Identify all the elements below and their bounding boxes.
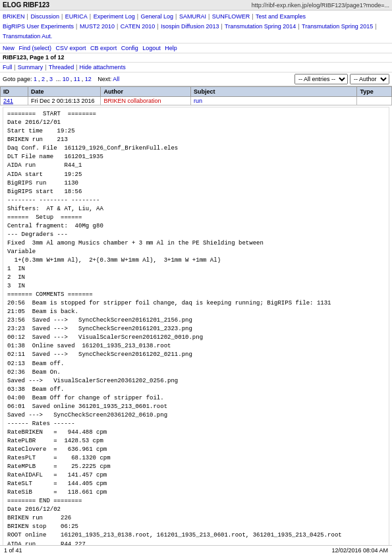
col-author: Author [101, 87, 191, 97]
content-line: RateClovere = 636.961 cpm [7, 446, 385, 454]
content-line: 1 IN [7, 265, 385, 274]
toolbar-cb[interactable]: CB export [90, 45, 117, 51]
table-row: 241 Fri Dec 2 00:16:13 2016 BRIKEN colla… [1, 97, 392, 105]
content-line: ROOT online 161201_1935_213_0138.root, 1… [7, 531, 385, 540]
content-line: 02:13 Beam off. [7, 360, 385, 368]
content-line: ======== START ======== [7, 110, 385, 119]
toolbar-find[interactable]: Find (select) [19, 45, 52, 51]
content-line: 23:23 Saved ---> SyncCheckScreen20161201… [7, 325, 385, 334]
entry-subject: run [194, 98, 202, 104]
content-line: 20:56 Beam is stopped for stripper foil … [7, 299, 385, 308]
nav-eurica[interactable]: EURICA [65, 13, 88, 20]
browser-url: http://ribf-exp.riken.jp/elog/RIBF123/pa… [252, 2, 389, 9]
entry-id-cell[interactable]: 241 [1, 97, 28, 105]
entries-table: ID Date Author Subject Type 241 Fri Dec … [0, 86, 392, 105]
nav-samurai[interactable]: SAMURAI [179, 13, 206, 20]
nav-must2[interactable]: MUST2 2010 [80, 23, 115, 30]
entry-content: ======== START ========Date 2016/12/01St… [3, 107, 389, 555]
content-line: 00:12 Saved ---> VisualScalerScreen20161… [7, 334, 385, 342]
content-line: RateBRIKEN = 944.488 cpm [7, 428, 385, 437]
content-line: ------ Rates ------ [7, 420, 385, 428]
page-link-all[interactable]: All [113, 76, 119, 82]
content-line: 01:38 Online saved 161201_1935_213_0138.… [7, 342, 385, 351]
toolbar-new[interactable]: New [3, 45, 14, 51]
page-link-3[interactable]: 3 [49, 76, 53, 82]
content-line: Daq Conf. File 161129_1926_Conf_BrikenFu… [7, 144, 385, 153]
content-line: RateAIDAFL = 141.457 cpm [7, 471, 385, 480]
content-line: RateMPLB = 25.2225 cpm [7, 463, 385, 471]
nav-briken[interactable]: BRIKEN [3, 13, 25, 20]
view-threaded[interactable]: Threaded [49, 64, 74, 71]
toolbar-config[interactable]: Config [121, 45, 138, 51]
view-links: Full | Summary | Threaded | Hide attachm… [0, 63, 392, 73]
content-line: BigRIPS start 18:56 [7, 188, 385, 196]
content-line: Central fragment: 40Mg g80 [7, 222, 385, 231]
browser-chrome: ELOG RIBF123 http://ribf-exp.riken.jp/el… [0, 0, 392, 11]
page-title: RIBF123, Page 1 of 12 [3, 54, 65, 61]
nav-isospin[interactable]: Isospin Diffusion 2013 [161, 23, 219, 30]
col-type: Type [357, 87, 392, 97]
view-hide-attachments[interactable]: Hide attachments [80, 64, 126, 71]
content-line: 2 IN [7, 274, 385, 282]
nav-experiment-log[interactable]: Experiment Log [94, 13, 135, 20]
nav-general-log[interactable]: General Log [141, 13, 174, 20]
nav-transspring15[interactable]: Transmutation Spring 2015 [302, 23, 373, 30]
nav-transspring14[interactable]: Transmutation Spring 2014 [225, 23, 296, 30]
main-toolbar: New Find (select) CSV export CB export C… [0, 44, 392, 53]
col-date: Date [28, 87, 101, 97]
top-nav: BRIKEN| Discussion| EURICA| Experiment L… [0, 11, 392, 44]
content-line: Fixed 3mm Al among Musics chamber + 3 mm… [7, 239, 385, 248]
page-link-2[interactable]: 2 [42, 76, 45, 82]
entry-id[interactable]: 241 [3, 98, 13, 104]
author-filter-select[interactable]: -- Author [350, 74, 389, 84]
entry-date-cell: Fri Dec 2 00:16:13 2016 [28, 97, 101, 105]
nav-test-examples[interactable]: Test and Examples [256, 13, 306, 20]
page-link-10[interactable]: 10 [63, 76, 69, 82]
content-line: Date 2016/12/01 [7, 119, 385, 127]
toolbar-help[interactable]: Help [165, 45, 177, 51]
page-footer: 1 of 41 12/02/2016 08:04 AM [0, 545, 392, 555]
view-summary[interactable]: Summary [18, 64, 43, 71]
top-nav-row2: BigRIPS User Experiments| MUST2 2010| CA… [3, 22, 389, 41]
content-line: Shifters: AT & AT, Liu, AA [7, 205, 385, 214]
content-line: ======== END ======== [7, 497, 385, 506]
nav-caten[interactable]: CATEN 2010 [121, 23, 155, 30]
content-line: --- Degraders --- [7, 231, 385, 239]
browser-title: ELOG RIBF123 [3, 1, 49, 9]
nav-discussion[interactable]: Discussion [30, 13, 59, 20]
footer-datetime: 12/02/2016 08:04 AM [331, 547, 388, 554]
nav-transaut[interactable]: Transmutation Aut. [3, 33, 52, 40]
page-link-1[interactable]: 1 [34, 76, 37, 82]
content-line: 06:01 Saved online 361201_1935_213_0601.… [7, 403, 385, 411]
content-line: Date 2016/12/02 [7, 506, 385, 514]
content-line: 21:05 Beam is back. [7, 308, 385, 316]
toolbar-csv[interactable]: CSV export [56, 45, 86, 51]
filter-bar-pagination: Goto page: 1, 2, 3 ... 10, 11, 12 Next: … [3, 76, 121, 82]
content-line: RateSiB = 118.661 cpm [7, 488, 385, 497]
view-full[interactable]: Full [3, 64, 13, 71]
table-header-row: ID Date Author Subject Type [1, 87, 392, 97]
entry-author-cell: BRIKEN collaboration [101, 97, 191, 105]
footer-page: 1 of 41 [4, 547, 22, 554]
toolbar-logout[interactable]: Logout [142, 45, 161, 51]
content-line: -------- -------- -------- [7, 196, 385, 205]
content-line: ======= COMMENTS ======= [7, 291, 385, 299]
content-line: Start time 19:25 [7, 127, 385, 136]
content-line: Saved ---> SyncCheckScreen20361202_0610.… [7, 411, 385, 420]
pagination-label: Goto page: [3, 76, 34, 82]
entry-author: BRIKEN collaboration [103, 98, 161, 104]
content-line: 1+(0.3mm W+1mm Al), 2+(0.3mm W+1mm Al), … [7, 256, 385, 265]
page-link-12[interactable]: 12 [85, 76, 92, 82]
content-line: 02:36 Beam On. [7, 368, 385, 377]
content-line: 03:38 Beam off. [7, 386, 385, 394]
entry-subject-cell: run [191, 97, 357, 105]
content-line: DLT File name 161201_1935 [7, 153, 385, 161]
page-link-11[interactable]: 11 [74, 76, 80, 82]
content-line: 3 IN [7, 282, 385, 291]
entries-filter-select[interactable]: -- All entries -- [294, 74, 348, 84]
nav-bigriprs-user[interactable]: BigRIPS User Experiments [3, 23, 74, 30]
nav-sunflower[interactable]: SUNFLOWER [212, 13, 250, 20]
content-line: RatePLBR = 1428.53 cpm [7, 437, 385, 446]
content-line: BRIKEN stop 06:25 [7, 523, 385, 531]
page-title-bar: RIBF123, Page 1 of 12 [0, 53, 392, 63]
